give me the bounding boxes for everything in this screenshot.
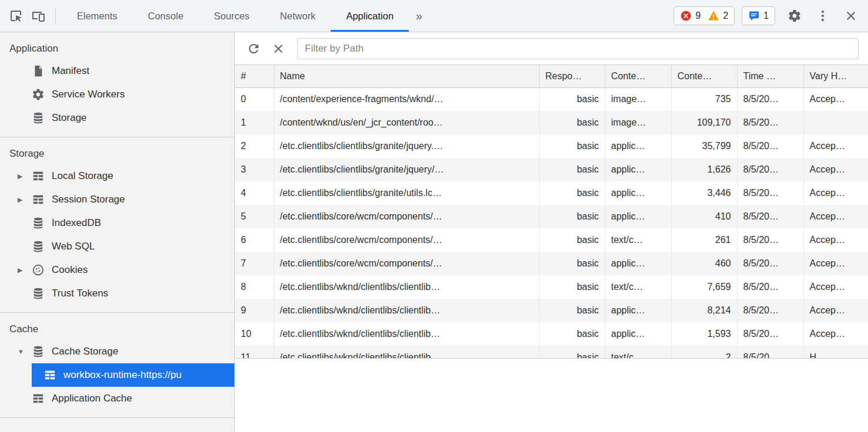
sidebar-item-indexeddb[interactable]: IndexedDB (0, 211, 234, 235)
cell-vary-header: Accep… (803, 134, 868, 158)
expander-collapsed-icon[interactable]: ▶ (18, 173, 32, 180)
cell-content-length: 8,214 (671, 299, 737, 322)
cell-response-type: basic (539, 181, 605, 205)
column-header-name[interactable]: Name (274, 65, 539, 87)
close-devtools-button[interactable] (840, 5, 862, 27)
table-header-row: #NameRespo…Conte…Conte…Time …Vary H… (235, 65, 868, 87)
menu-button[interactable] (812, 5, 834, 27)
cell-content-length: 7,659 (671, 275, 737, 299)
cell-content-type: applic… (605, 134, 671, 158)
cell-response-type: basic (539, 87, 605, 111)
table-row[interactable]: 8/etc.clientlibs/wknd/clientlibs/clientl… (235, 275, 868, 299)
table-row[interactable]: 7/etc.clientlibs/core/wcm/components/…ba… (235, 252, 868, 275)
sidebar-item-web-sql[interactable]: Web SQL (0, 235, 234, 258)
sidebar-item-service-workers[interactable]: Service Workers (0, 83, 234, 106)
cell-time-cached: 8/5/20… (737, 181, 803, 205)
column-header-response-type[interactable]: Respo… (539, 65, 605, 87)
sidebar-item-workbox-runtime-https-pu[interactable]: workbox-runtime-https://pu (0, 363, 234, 387)
cell-content-type: text/c… (605, 346, 671, 359)
sidebar-item-label: Session Storage (52, 194, 125, 205)
table-icon (32, 392, 45, 405)
cell-index: 3 (235, 158, 274, 181)
cell-content-length: 35,799 (671, 134, 737, 158)
cell-time-cached: 8/5/20… (737, 158, 803, 181)
cache-entries-table-area: #NameRespo…Conte…Conte…Time …Vary H…0/co… (235, 65, 868, 359)
table-row[interactable]: 6/etc.clientlibs/core/wcm/components/…ba… (235, 228, 868, 252)
table-icon (32, 193, 45, 206)
table-row[interactable]: 11/etc.clientlibs/wknd/clientlibs/client… (235, 346, 868, 359)
three-dots-icon (816, 9, 830, 23)
cell-name: /etc.clientlibs/wknd/clientlibs/clientli… (274, 322, 539, 346)
sidebar-section-cache: Cache▼Cache Storageworkbox-runtime-https… (0, 313, 234, 418)
filter-by-path-input[interactable] (297, 38, 859, 59)
column-header-index[interactable]: # (235, 65, 274, 87)
expander-collapsed-icon[interactable]: ▶ (18, 266, 32, 274)
more-tabs-button[interactable]: » (409, 9, 429, 23)
table-row[interactable]: 3/etc.clientlibs/clientlibs/granite/jque… (235, 158, 868, 181)
sidebar-item-trust-tokens[interactable]: Trust Tokens (0, 282, 234, 305)
error-count: 9 (695, 11, 701, 21)
cell-index: 6 (235, 228, 274, 252)
preview-pane[interactable] (235, 359, 868, 432)
console-status-badges[interactable]: 9 2 (674, 6, 735, 25)
cell-vary-header: Accep… (803, 299, 868, 322)
cell-index: 7 (235, 252, 274, 275)
tab-label: Elements (77, 11, 117, 22)
table-row[interactable]: 1/content/wknd/us/en/_jcr_content/roo…ba… (235, 111, 868, 134)
cell-content-length: 261 (671, 228, 737, 252)
table-row[interactable]: 5/etc.clientlibs/core/wcm/components/…ba… (235, 205, 868, 228)
refresh-button[interactable] (243, 38, 264, 59)
column-header-content-type[interactable]: Conte… (605, 65, 671, 87)
sidebar-item-session-storage[interactable]: ▶Session Storage (0, 188, 234, 211)
database-icon (32, 240, 45, 253)
cell-time-cached: 8/5/20… (737, 275, 803, 299)
tab-sources[interactable]: Sources (199, 0, 265, 32)
sidebar-item-local-storage[interactable]: ▶Local Storage (0, 164, 234, 188)
devtools-body: ApplicationManifestService WorkersStorag… (0, 32, 868, 432)
table-row[interactable]: 0/content/experience-fragments/wknd/…bas… (235, 87, 868, 111)
cache-entries-table: #NameRespo…Conte…Conte…Time …Vary H…0/co… (235, 65, 868, 359)
cell-time-cached: 8/5/20… (737, 346, 803, 359)
cell-time-cached: 8/5/20… (737, 228, 803, 252)
sidebar-item-application-cache[interactable]: Application Cache (0, 387, 234, 410)
tab-console[interactable]: Console (133, 0, 199, 32)
table-row[interactable]: 4/etc.clientlibs/clientlibs/granite/util… (235, 181, 868, 205)
close-icon (844, 9, 858, 23)
tab-elements[interactable]: Elements (62, 0, 133, 32)
expander-expanded-icon[interactable]: ▼ (18, 348, 32, 355)
sidebar-item-manifest[interactable]: Manifest (0, 59, 234, 83)
column-header-vary-header[interactable]: Vary H… (803, 65, 868, 87)
cell-response-type: basic (539, 275, 605, 299)
expander-collapsed-icon[interactable]: ▶ (18, 196, 32, 204)
gear-icon (32, 88, 45, 101)
cell-time-cached: 8/5/20… (737, 87, 803, 111)
cell-vary-header: Accep… (803, 275, 868, 299)
delete-selected-button[interactable] (268, 38, 289, 59)
inspect-element-button[interactable] (5, 5, 27, 27)
table-row[interactable]: 10/etc.clientlibs/wknd/clientlibs/client… (235, 322, 868, 346)
device-toolbar-icon (31, 9, 45, 23)
cell-time-cached: 8/5/20… (737, 252, 803, 275)
cell-time-cached: 8/5/20… (737, 299, 803, 322)
column-header-time-cached[interactable]: Time … (737, 65, 803, 87)
sidebar-item-cache-storage[interactable]: ▼Cache Storage (0, 340, 234, 363)
tab-application[interactable]: Application (331, 0, 409, 32)
sidebar-item-storage[interactable]: Storage (0, 106, 234, 130)
cache-storage-panel: #NameRespo…Conte…Conte…Time …Vary H…0/co… (235, 32, 868, 432)
cell-content-length: 735 (671, 87, 737, 111)
device-toolbar-button[interactable] (27, 5, 49, 27)
issues-badge[interactable]: 1 (742, 6, 775, 25)
sidebar-item-cookies[interactable]: ▶Cookies (0, 258, 234, 282)
tab-network[interactable]: Network (265, 0, 331, 32)
settings-button[interactable] (783, 5, 806, 27)
column-header-content-length[interactable]: Conte… (671, 65, 737, 87)
cell-response-type: basic (539, 111, 605, 134)
cell-index: 11 (235, 346, 274, 359)
sidebar-section-storage: Storage▶Local Storage▶Session StorageInd… (0, 137, 234, 313)
cell-content-type: applic… (605, 252, 671, 275)
cell-vary-header: Accep… (803, 87, 868, 111)
gear-icon (788, 9, 802, 23)
cell-time-cached: 8/5/20… (737, 322, 803, 346)
table-row[interactable]: 2/etc.clientlibs/clientlibs/granite/jque… (235, 134, 868, 158)
table-row[interactable]: 9/etc.clientlibs/wknd/clientlibs/clientl… (235, 299, 868, 322)
